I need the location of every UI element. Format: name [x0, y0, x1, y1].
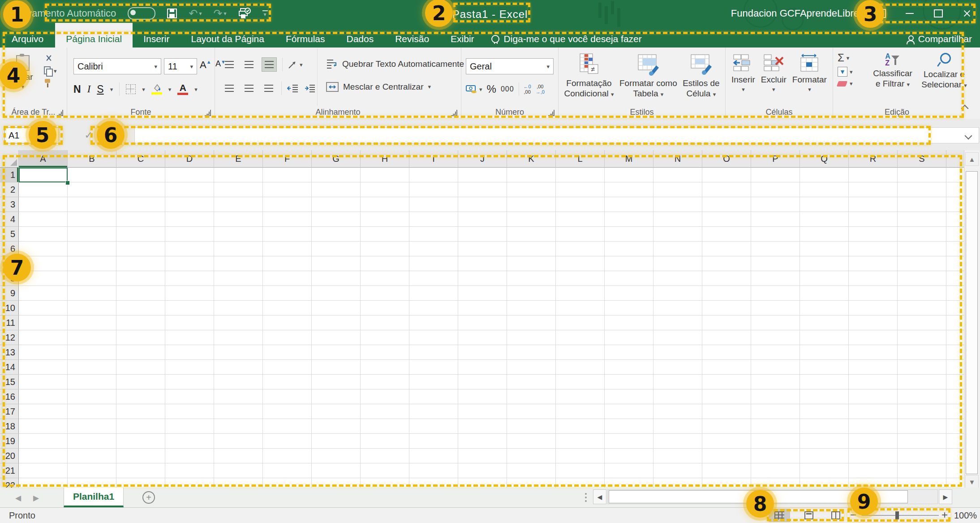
number-format-combo[interactable]: Geral▾ — [466, 58, 554, 74]
row-header[interactable]: 4 — [0, 212, 19, 227]
column-header[interactable]: M — [605, 150, 653, 168]
column-header[interactable]: P — [751, 150, 800, 168]
row-header[interactable]: 11 — [0, 316, 19, 330]
column-header[interactable]: H — [361, 150, 409, 168]
tab-inserir[interactable]: Inserir — [133, 30, 180, 48]
row-header[interactable]: 16 — [0, 389, 19, 404]
scroll-left-button[interactable]: ◀ — [593, 489, 606, 504]
column-header-partial[interactable] — [946, 150, 964, 168]
row-header[interactable]: 17 — [0, 404, 19, 419]
tab-formulas[interactable]: Fórmulas — [275, 30, 336, 48]
alignment-dialog-launcher[interactable] — [451, 110, 457, 116]
formula-input[interactable] — [134, 127, 979, 143]
next-sheet-arrow[interactable]: ▶ — [33, 493, 39, 503]
font-color-dropdown[interactable]: ▾ — [194, 86, 198, 92]
column-header[interactable]: F — [263, 150, 312, 168]
row-header[interactable]: 22 — [0, 478, 19, 488]
italic-button[interactable]: I — [87, 83, 91, 95]
tell-me-box[interactable]: Diga-me o que você deseja fazer — [491, 34, 642, 44]
column-header[interactable]: K — [507, 150, 556, 168]
row-header[interactable]: 1 — [0, 168, 19, 182]
maximize-button[interactable] — [932, 7, 945, 20]
column-header[interactable]: N — [653, 150, 702, 168]
column-header[interactable]: O — [702, 150, 751, 168]
increase-font-icon[interactable]: A▲ — [200, 59, 211, 71]
expand-formula-bar-button[interactable] — [966, 132, 971, 140]
cells-area[interactable] — [19, 168, 964, 488]
underline-dropdown[interactable]: ▾ — [110, 86, 113, 92]
column-header[interactable]: L — [556, 150, 605, 168]
select-all-corner[interactable] — [0, 150, 19, 168]
merge-center-button[interactable]: Mesclar e Centralizar ▾ — [326, 82, 431, 92]
enter-check-icon[interactable]: ✓ — [85, 130, 93, 141]
comma-style-button[interactable]: 000 — [501, 85, 514, 93]
row-header[interactable]: 21 — [0, 463, 19, 478]
fill-button[interactable]: ▼▾ — [838, 67, 853, 77]
row-header[interactable]: 13 — [0, 345, 19, 360]
font-color-button[interactable]: A — [177, 83, 188, 95]
column-header[interactable]: S — [898, 150, 946, 168]
sort-filter-button[interactable]: AZ Classificare Filtrar ▾ — [868, 53, 917, 89]
align-top-button[interactable] — [222, 58, 236, 71]
underline-button[interactable]: S — [97, 83, 103, 95]
cut-icon[interactable] — [44, 54, 54, 63]
column-header[interactable]: E — [214, 150, 263, 168]
row-header[interactable]: 9 — [0, 286, 19, 301]
row-header[interactable]: 14 — [0, 360, 19, 375]
column-header[interactable]: Q — [800, 150, 849, 168]
row-header[interactable]: 15 — [0, 375, 19, 389]
align-middle-button[interactable] — [242, 58, 256, 71]
cell-styles-button[interactable]: Estilos deCélula ▾ — [683, 53, 719, 99]
zoom-in-button[interactable]: + — [941, 509, 948, 521]
column-header[interactable]: D — [165, 150, 214, 168]
increase-indent-button[interactable] — [304, 84, 316, 93]
accounting-format-button[interactable]: ▾ — [466, 85, 482, 94]
scroll-right-button[interactable]: ▶ — [939, 489, 952, 504]
row-header[interactable]: 12 — [0, 330, 19, 345]
column-header[interactable]: B — [68, 150, 116, 168]
clipboard-dialog-launcher[interactable] — [57, 110, 63, 116]
minimize-button[interactable] — [903, 7, 916, 20]
sheet-tab-planilha1[interactable]: Planilha1 — [64, 488, 124, 507]
align-bottom-button[interactable] — [262, 57, 277, 72]
zoom-slider-track[interactable] — [862, 515, 939, 516]
decrease-decimal-button[interactable]: ,00→,0 — [536, 84, 545, 95]
scroll-up-button[interactable]: ▲ — [965, 152, 979, 166]
percent-button[interactable]: % — [487, 83, 496, 95]
autosum-button[interactable]: Σ▾ — [838, 53, 853, 63]
row-header[interactable]: 10 — [0, 301, 19, 316]
zoom-slider-thumb[interactable] — [895, 511, 899, 519]
increase-decimal-button[interactable]: ←0,00 — [524, 84, 531, 95]
align-center-button[interactable] — [242, 82, 256, 95]
column-header[interactable]: A — [19, 150, 68, 168]
tab-dados[interactable]: Dados — [335, 30, 384, 48]
align-left-button[interactable] — [222, 82, 236, 95]
previous-sheet-arrow[interactable]: ◀ — [15, 493, 21, 503]
tab-pagina-inicial[interactable]: Página Inicial — [55, 23, 133, 50]
row-header[interactable]: 18 — [0, 419, 19, 434]
column-header[interactable]: I — [409, 150, 458, 168]
column-header[interactable]: C — [116, 150, 165, 168]
tab-revisao[interactable]: Revisão — [384, 30, 440, 48]
copy-button[interactable]: ▾ — [44, 66, 57, 75]
row-header[interactable]: 20 — [0, 449, 19, 463]
find-select-button[interactable]: Localizar eSelecionar ▾ — [919, 53, 969, 90]
font-size-combo[interactable]: 11▾ — [164, 58, 197, 74]
column-header[interactable]: G — [312, 150, 361, 168]
decrease-indent-button[interactable] — [287, 84, 299, 93]
row-header[interactable]: 19 — [0, 434, 19, 449]
row-header[interactable]: 5 — [0, 227, 19, 242]
column-header[interactable]: J — [458, 150, 507, 168]
scroll-down-button[interactable]: ▼ — [965, 475, 979, 488]
share-button[interactable]: Compartilhar — [907, 34, 972, 44]
number-dialog-launcher[interactable] — [548, 110, 554, 116]
fill-color-dropdown[interactable]: ▾ — [168, 86, 172, 92]
selected-cell-a1[interactable] — [19, 168, 68, 182]
page-layout-view-button[interactable] — [798, 509, 820, 522]
fill-color-button[interactable] — [151, 84, 162, 95]
tab-layout-da-pagina[interactable]: Layout da Página — [180, 30, 275, 48]
delete-cells-button[interactable]: Excluir ▾ — [761, 54, 787, 92]
page-break-view-button[interactable] — [825, 509, 847, 522]
account-name[interactable]: Fundacion GCFAprendeLibre — [731, 8, 859, 19]
orientation-button[interactable]: ▾ — [288, 60, 303, 69]
